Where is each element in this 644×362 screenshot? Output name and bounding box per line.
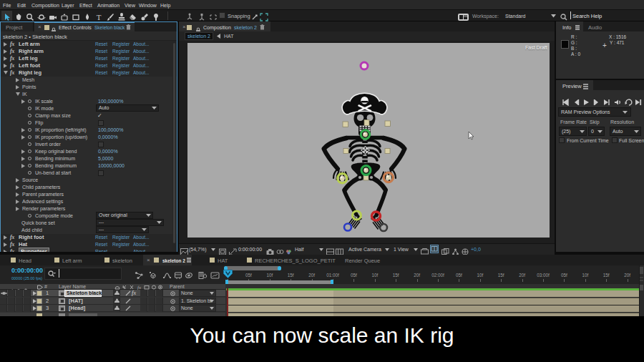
svg-text:fx: fx — [137, 285, 142, 290]
svg-text:T: T — [97, 13, 102, 21]
